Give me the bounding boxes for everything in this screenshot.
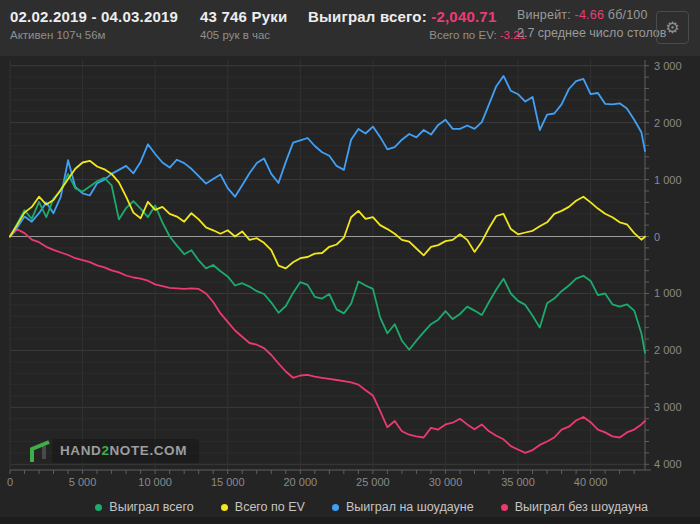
- ev-total-label: Всего по EV:: [429, 29, 496, 41]
- legend-dot-icon: [95, 504, 102, 511]
- legend-dot-icon: [221, 504, 228, 511]
- date-range: 02.02.2019 - 04.03.2019: [10, 9, 178, 24]
- legend-dot-icon: [501, 504, 508, 511]
- legend-item[interactable]: Выиграл без шоудауна: [501, 500, 648, 514]
- brand-text: HAND2NOTE.COM: [52, 439, 199, 463]
- stats-header: 02.02.2019 - 04.03.2019 Активен 107ч 56м…: [0, 0, 700, 56]
- y-tick-label: 3 000: [654, 60, 682, 72]
- hands-count: 43 746 Руки: [200, 9, 287, 24]
- y-tick-label: 2 000: [654, 117, 682, 129]
- winrate-label: Винрейт:: [517, 8, 571, 22]
- won-total-label: Выиграл всего:: [308, 8, 427, 25]
- avg-tables: 2.7 среднее число столов: [517, 27, 666, 40]
- x-tick-label: 5 000: [69, 476, 97, 488]
- x-tick-label: 15 000: [211, 476, 245, 488]
- x-tick-label: 30 000: [429, 476, 463, 488]
- won-total-line: Выиграл всего: -2,040.71: [308, 9, 526, 24]
- hands-per-hour: 405 рук в час: [200, 30, 287, 42]
- legend-item[interactable]: Всего по EV: [221, 500, 305, 514]
- legend-label: Выиграл всего: [109, 500, 193, 514]
- won-total-value: -2,040.71: [431, 8, 496, 25]
- legend-item[interactable]: Выиграл на шоудауне: [332, 500, 474, 514]
- legend-label: Выиграл на шоудауне: [346, 500, 474, 514]
- brand-post: NOTE.COM: [110, 443, 188, 458]
- y-tick-label: 3 000: [654, 401, 682, 413]
- legend-label: Выиграл без шоудауна: [515, 500, 648, 514]
- active-time: Активен 107ч 56м: [10, 30, 178, 42]
- series-line-2: [10, 161, 645, 269]
- ev-total-line: Всего по EV: -3.21: [308, 30, 526, 42]
- hand2note-graph-window: 05 00010 00015 00020 00025 00030 00035 0…: [0, 0, 700, 524]
- series-line-4: [10, 229, 645, 453]
- winrate-line: Винрейт: -4.66 бб/100: [517, 9, 666, 22]
- x-tick-label: 40 000: [574, 476, 608, 488]
- brand-pre: HAND: [60, 443, 101, 458]
- winrate-value: -4.66: [575, 8, 605, 22]
- x-tick-label: 0: [7, 476, 13, 488]
- won-block: Выиграл всего: -2,040.71 Всего по EV: -3…: [308, 9, 526, 42]
- bottom-strip: [0, 517, 700, 524]
- winrate-block: Винрейт: -4.66 бб/100 2.7 среднее число …: [517, 9, 666, 39]
- x-tick-label: 10 000: [138, 476, 172, 488]
- y-tick-label: 4 000: [654, 458, 682, 470]
- y-tick-label: 0: [654, 231, 660, 243]
- x-tick-label: 20 000: [283, 476, 317, 488]
- y-tick-label: 2 000: [654, 344, 682, 356]
- chart-legend: Выиграл всегоВсего по EVВыиграл на шоуда…: [0, 497, 700, 517]
- hands-block: 43 746 Руки 405 рук в час: [200, 9, 287, 42]
- legend-item[interactable]: Выиграл всего: [95, 500, 193, 514]
- gear-icon: ⚙: [665, 19, 679, 36]
- legend-dot-icon: [332, 504, 339, 511]
- legend-label: Всего по EV: [235, 500, 305, 514]
- brand-watermark: HAND2NOTE.COM: [28, 436, 199, 466]
- x-tick-label: 25 000: [356, 476, 390, 488]
- hand2note-logo-icon: [28, 436, 52, 466]
- winrate-unit: бб/100: [608, 8, 648, 22]
- series-line-1: [10, 174, 645, 353]
- brand-mid: 2: [101, 443, 109, 458]
- date-block: 02.02.2019 - 04.03.2019 Активен 107ч 56м: [10, 9, 178, 42]
- y-tick-label: 1 000: [654, 174, 682, 186]
- y-tick-label: 1 000: [654, 287, 682, 299]
- x-tick-label: 35 000: [501, 476, 535, 488]
- settings-button[interactable]: ⚙: [656, 11, 689, 44]
